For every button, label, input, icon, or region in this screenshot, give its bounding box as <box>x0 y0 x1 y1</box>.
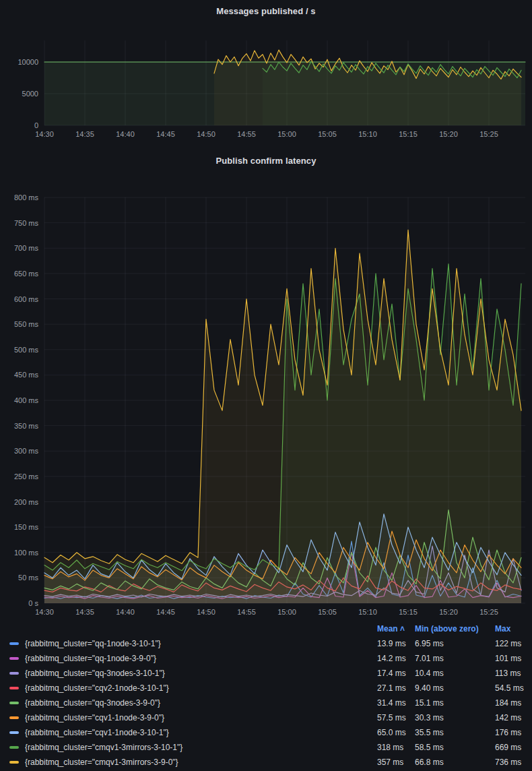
series-max-value: 122 ms <box>495 639 532 648</box>
series-mean-value: 318 ms <box>377 743 415 752</box>
series-mean-value: 17.4 ms <box>377 669 415 678</box>
legend-row[interactable]: {rabbitmq_cluster="cqv1-1node-3-10-1"}65… <box>0 725 532 740</box>
series-label[interactable]: {rabbitmq_cluster="cqv1-1node-3-10-1"} <box>25 728 377 737</box>
x-axis-label: 15:05 <box>318 130 337 138</box>
x-axis-label: 15:00 <box>277 130 296 138</box>
y-axis-label: 650 ms <box>14 270 39 278</box>
x-axis-label: 14:30 <box>35 130 54 138</box>
series-label[interactable]: {rabbitmq_cluster="qq-3nodes-3-10-1"} <box>25 669 377 678</box>
y-axis-label: 750 ms <box>14 219 39 227</box>
y-axis-label: 350 ms <box>14 422 39 430</box>
y-axis-label: 100 ms <box>14 549 39 557</box>
series-min-value: 66.8 ms <box>415 758 495 767</box>
series-label[interactable]: {rabbitmq_cluster="cqv1-1node-3-9-0"} <box>25 713 377 722</box>
x-axis-label: 14:50 <box>197 608 215 616</box>
series-color-swatch <box>9 731 19 734</box>
x-axis-label: 15:05 <box>318 608 337 616</box>
x-axis-label: 14:45 <box>156 130 175 138</box>
x-axis-label: 15:20 <box>439 608 458 616</box>
y-axis-label: 700 ms <box>14 244 39 252</box>
series-mean-value: 65.0 ms <box>377 728 415 737</box>
x-axis-label: 14:30 <box>35 608 54 616</box>
series-max-value: 101 ms <box>495 654 532 663</box>
x-axis-label: 14:35 <box>75 130 94 138</box>
panel-title-messages-published[interactable]: Messages published / s <box>0 0 532 22</box>
y-axis-label: 400 ms <box>14 396 39 404</box>
series-min-value: 58.5 ms <box>415 743 495 752</box>
y-axis-label: 50 ms <box>18 574 38 582</box>
series-max-value: 176 ms <box>495 728 532 737</box>
y-axis-label: 150 ms <box>14 523 39 531</box>
legend-row[interactable]: {rabbitmq_cluster="cqv2-1node-3-10-1"}27… <box>0 681 532 696</box>
y-axis-label: 10000 <box>18 58 38 66</box>
series-min-value: 6.95 ms <box>415 639 495 648</box>
messages-published-chart[interactable]: 14:3014:3514:4014:4514:5014:5515:0015:05… <box>0 22 532 140</box>
legend-row[interactable]: {rabbitmq_cluster="qq-1node-3-9-0"}14.2 … <box>0 651 532 666</box>
x-axis-label: 15:15 <box>399 608 418 616</box>
y-axis-label: 5000 <box>22 90 38 98</box>
series-mean-value: 57.5 ms <box>377 713 415 722</box>
y-axis-label: 550 ms <box>14 320 39 328</box>
y-axis-label: 300 ms <box>14 447 39 455</box>
series-min-value: 35.5 ms <box>415 728 495 737</box>
x-axis-label: 14:55 <box>237 130 256 138</box>
legend-row[interactable]: {rabbitmq_cluster="qq-1node-3-10-1"}13.9… <box>0 636 532 651</box>
x-axis-label: 14:45 <box>156 608 175 616</box>
series-color-swatch <box>9 672 19 675</box>
y-axis-label: 450 ms <box>14 371 39 379</box>
series-color-swatch <box>9 746 19 749</box>
series-mean-value: 31.4 ms <box>377 698 415 708</box>
series-label[interactable]: {rabbitmq_cluster="qq-3nodes-3-9-0"} <box>25 698 377 708</box>
x-axis-label: 15:25 <box>479 130 498 138</box>
legend-rows: {rabbitmq_cluster="qq-1node-3-10-1"}13.9… <box>0 636 532 770</box>
y-axis-label: 500 ms <box>14 346 39 354</box>
series-color-swatch <box>9 761 19 764</box>
series-max-value: 736 ms <box>495 758 532 767</box>
x-axis-label: 15:25 <box>479 608 498 616</box>
series-mean-value: 27.1 ms <box>377 683 415 693</box>
series-label[interactable]: {rabbitmq_cluster="cmqv1-3mirrors-3-10-1… <box>25 743 377 752</box>
legend-header-max[interactable]: Max <box>495 624 532 634</box>
dashboard: Messages published / s 14:3014:3514:4014… <box>0 0 532 770</box>
series-max-value: 54.5 ms <box>495 683 532 693</box>
series-label[interactable]: {rabbitmq_cluster="cqv2-1node-3-10-1"} <box>25 683 377 693</box>
x-axis-label: 15:10 <box>358 608 377 616</box>
series-label[interactable]: {rabbitmq_cluster="qq-1node-3-9-0"} <box>25 654 377 663</box>
series-label[interactable]: {rabbitmq_cluster="qq-1node-3-10-1"} <box>25 639 377 648</box>
x-axis-label: 15:15 <box>399 130 418 138</box>
series-mean-value: 357 ms <box>377 758 415 767</box>
publish-confirm-latency-chart[interactable]: 14:3014:3514:4014:4514:5014:5515:0015:05… <box>0 171 532 621</box>
legend-row[interactable]: {rabbitmq_cluster="qq-3nodes-3-9-0"}31.4… <box>0 696 532 710</box>
series-color-swatch <box>9 657 19 660</box>
y-axis-label: 200 ms <box>14 498 39 506</box>
legend-row[interactable]: {rabbitmq_cluster="cmqv1-3mirrors-3-10-1… <box>0 740 532 755</box>
series-mean-value: 13.9 ms <box>377 639 415 648</box>
series-max-value: 184 ms <box>495 698 532 708</box>
series-min-value: 7.01 ms <box>415 654 495 663</box>
legend-row[interactable]: {rabbitmq_cluster="cmqv1-3mirrors-3-9-0"… <box>0 755 532 770</box>
series-min-value: 15.1 ms <box>415 698 495 708</box>
y-axis-label: 0 s <box>28 599 38 607</box>
series-mean-value: 14.2 ms <box>377 654 415 663</box>
series-max-value: 669 ms <box>495 743 532 752</box>
series-max-value: 113 ms <box>495 669 532 678</box>
y-axis-label: 600 ms <box>14 295 39 303</box>
x-axis-label: 14:55 <box>237 608 256 616</box>
y-axis-label: 250 ms <box>14 472 39 481</box>
x-axis-label: 15:10 <box>358 130 377 138</box>
x-axis-label: 14:40 <box>116 130 135 138</box>
legend-header-min[interactable]: Min (above zero) <box>415 624 495 634</box>
legend-header: Mean ˄ Min (above zero) Max <box>0 621 532 636</box>
panel-title-publish-confirm-latency[interactable]: Publish confirm latency <box>0 140 532 171</box>
series-color-swatch <box>9 642 19 645</box>
legend-row[interactable]: {rabbitmq_cluster="qq-3nodes-3-10-1"}17.… <box>0 666 532 681</box>
series-label[interactable]: {rabbitmq_cluster="cmqv1-3mirrors-3-9-0"… <box>25 758 377 767</box>
series-min-value: 9.40 ms <box>415 683 495 693</box>
series-max-value: 142 ms <box>495 713 532 722</box>
series-color-swatch <box>9 687 19 689</box>
y-axis-label: 0 <box>34 121 38 129</box>
legend-row[interactable]: {rabbitmq_cluster="cqv1-1node-3-9-0"}57.… <box>0 710 532 725</box>
legend-header-mean[interactable]: Mean ˄ <box>377 624 415 634</box>
series-color-swatch <box>9 716 19 719</box>
x-axis-label: 14:40 <box>116 608 135 616</box>
